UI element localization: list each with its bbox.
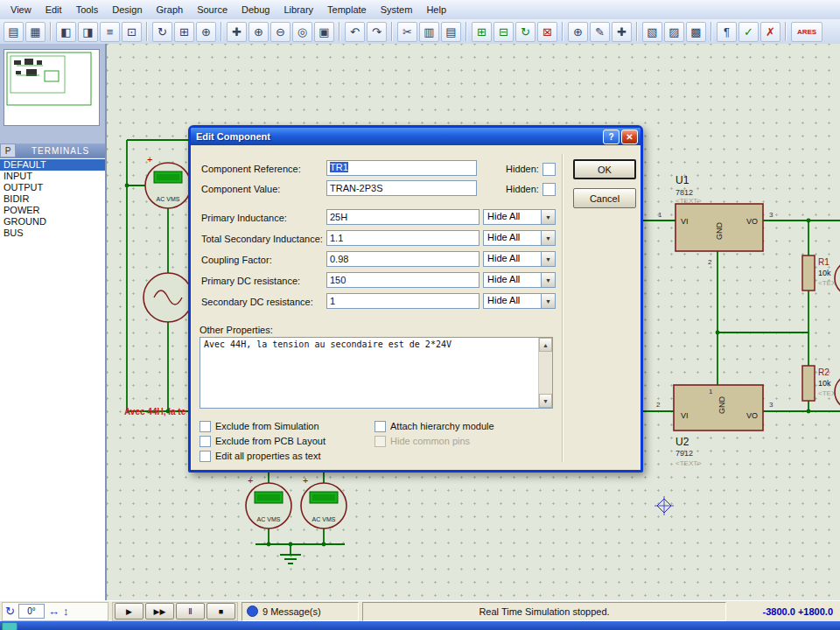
menu-debug[interactable]: Debug: [234, 2, 276, 18]
pick-parts-button[interactable]: P: [0, 144, 16, 158]
rotate-icon[interactable]: ↻: [5, 605, 15, 618]
message-log-button[interactable]: 9 Message(s): [242, 602, 359, 621]
electrical-rule-check-icon[interactable]: ✓: [738, 22, 759, 42]
terminal-item-bidir[interactable]: BIDIR: [0, 193, 105, 205]
menu-help[interactable]: Help: [419, 2, 453, 18]
false-origin-icon[interactable]: ⊕: [196, 22, 216, 42]
menu-edit[interactable]: Edit: [38, 2, 69, 18]
chevron-down-icon[interactable]: ▼: [541, 231, 555, 245]
pick-device-icon[interactable]: ⊕: [568, 22, 588, 42]
menu-graph[interactable]: Graph: [150, 2, 191, 18]
terminal-item-input[interactable]: INPUT: [0, 171, 105, 182]
chevron-down-icon[interactable]: ▼: [541, 210, 555, 224]
r2-ref[interactable]: R2: [818, 368, 830, 377]
coupling-factor-visibility-select[interactable]: Hide All ▼: [483, 251, 556, 267]
total-secondary-inductance-input[interactable]: [326, 230, 480, 246]
ground-symbol[interactable]: [280, 555, 301, 564]
menu-view[interactable]: View: [4, 2, 38, 18]
exclude-from-pcb-layout-checkbox[interactable]: Exclude from PCB Layout: [200, 435, 326, 447]
copy-icon[interactable]: ▥: [419, 22, 439, 42]
pan-icon[interactable]: ✚: [227, 22, 247, 42]
zoom-all-icon[interactable]: ◎: [292, 22, 312, 42]
help-icon[interactable]: ?: [603, 130, 620, 144]
toggle-grid-icon[interactable]: ⊞: [174, 22, 194, 42]
new-design-icon[interactable]: ▤: [4, 22, 24, 42]
voltmeter-3[interactable]: AC VMS +: [301, 475, 346, 528]
ac-source[interactable]: [144, 273, 192, 322]
u1-regulator[interactable]: VI VO GND 1 3 2 U1 7812 <TEXT>: [658, 174, 774, 266]
primary-dc-resistance-input[interactable]: [326, 272, 480, 288]
textarea-scrollbar[interactable]: ▲ ▼: [538, 338, 552, 408]
play-button[interactable]: ▶: [115, 603, 144, 620]
terminal-item-ground[interactable]: GROUND: [0, 216, 105, 228]
other-properties-textarea[interactable]: Avec 44H, la tension au secondaire est d…: [200, 337, 553, 409]
ares-icon[interactable]: ARES: [791, 22, 822, 42]
netlist-check-icon[interactable]: ✗: [760, 22, 780, 42]
taskbar-icon[interactable]: [2, 622, 18, 630]
chevron-down-icon[interactable]: ▼: [541, 252, 555, 266]
meter-clipped-2[interactable]: [835, 374, 840, 410]
overview-panel[interactable]: [4, 49, 100, 126]
component-value-input[interactable]: [326, 180, 477, 196]
value-hidden-checkbox[interactable]: [542, 183, 556, 196]
voltmeter-1[interactable]: AC VMS +: [145, 154, 191, 208]
new-sheet-icon[interactable]: ▨: [664, 22, 684, 42]
zoom-area-icon[interactable]: ▣: [314, 22, 334, 42]
resistor-r2[interactable]: R2 10k <TEXT>: [802, 366, 840, 401]
rotation-angle[interactable]: 0°: [18, 604, 45, 619]
r1-ref[interactable]: R1: [818, 257, 830, 267]
pause-button[interactable]: Ⅱ: [176, 603, 205, 620]
windows-taskbar[interactable]: [0, 621, 840, 630]
chevron-down-icon[interactable]: ▼: [541, 273, 555, 287]
menu-template[interactable]: Template: [320, 2, 374, 18]
remove-sheet-icon[interactable]: ▩: [686, 22, 706, 42]
component-reference-input[interactable]: TR1: [326, 160, 477, 176]
voltmeter-2[interactable]: AC VMS +: [246, 475, 291, 528]
schematic-annotation[interactable]: Avec 44H, la te: [124, 407, 186, 416]
block-move-icon[interactable]: ⊟: [494, 22, 514, 42]
stop-button[interactable]: ■: [206, 603, 235, 620]
cancel-button[interactable]: Cancel: [573, 188, 636, 208]
export-section-icon[interactable]: ◨: [78, 22, 98, 42]
scroll-down-icon[interactable]: ▼: [539, 394, 552, 408]
scroll-up-icon[interactable]: ▲: [539, 338, 552, 352]
ok-button[interactable]: OK: [573, 159, 636, 179]
block-delete-icon[interactable]: ⊠: [537, 22, 557, 42]
print-icon[interactable]: ≡: [100, 22, 120, 42]
r2-value[interactable]: 10k: [818, 379, 831, 388]
block-copy-icon[interactable]: ⊞: [472, 22, 492, 42]
flip-horizontal-icon[interactable]: ↔: [48, 605, 60, 618]
u2-value[interactable]: 7912: [676, 449, 693, 458]
attach-hierarchy-module-checkbox[interactable]: Attach hierarchy module: [374, 420, 494, 432]
exclude-from-simulation-checkbox[interactable]: Exclude from Simulation: [200, 420, 319, 432]
chevron-down-icon[interactable]: ▼: [541, 294, 555, 308]
r1-value[interactable]: 10k: [818, 269, 831, 277]
reference-hidden-checkbox[interactable]: [542, 163, 556, 176]
bill-of-materials-icon[interactable]: ¶: [717, 22, 737, 42]
terminal-item-power[interactable]: POWER: [0, 205, 105, 216]
import-section-icon[interactable]: ◧: [56, 22, 76, 42]
menu-tools[interactable]: Tools: [69, 2, 106, 18]
u2-ref[interactable]: U2: [676, 436, 690, 448]
close-icon[interactable]: ✕: [621, 130, 638, 144]
dialog-titlebar[interactable]: Edit Component ? ✕: [191, 128, 640, 145]
step-button[interactable]: ▶▶: [145, 603, 174, 620]
menu-library[interactable]: Library: [276, 2, 320, 18]
secondary-dc-resistance-visibility-select[interactable]: Hide All ▼: [483, 293, 556, 309]
coupling-factor-input[interactable]: [326, 251, 480, 267]
zoom-in-icon[interactable]: ⊕: [248, 22, 269, 42]
meter-clipped-1[interactable]: [835, 261, 840, 296]
make-device-icon[interactable]: ✎: [590, 22, 610, 42]
resistor-r1[interactable]: R1 10k <TEXT>: [802, 256, 840, 290]
mark-output-area-icon[interactable]: ⊡: [122, 22, 142, 42]
u1-ref[interactable]: U1: [676, 174, 690, 186]
save-design-icon[interactable]: ▦: [25, 22, 46, 42]
menu-design[interactable]: Design: [105, 2, 149, 18]
primary-inductance-visibility-select[interactable]: Hide All ▼: [483, 209, 556, 225]
terminal-item-default[interactable]: DEFAULT: [0, 159, 105, 171]
primary-dc-resistance-visibility-select[interactable]: Hide All ▼: [483, 272, 556, 288]
design-explorer-icon[interactable]: ▧: [642, 22, 662, 42]
secondary-dc-resistance-input[interactable]: [326, 293, 480, 309]
total-secondary-inductance-visibility-select[interactable]: Hide All ▼: [483, 230, 556, 246]
primary-inductance-input[interactable]: [326, 209, 480, 225]
